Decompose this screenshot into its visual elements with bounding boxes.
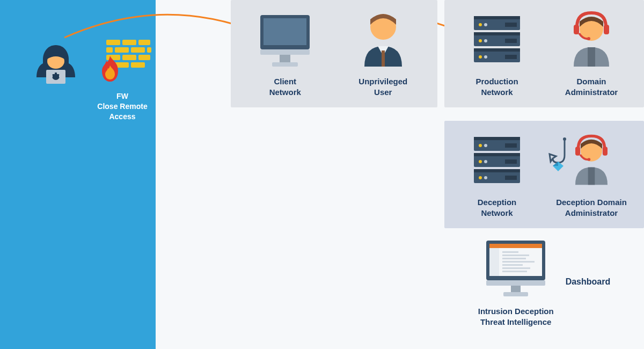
svg-rect-77	[502, 271, 527, 272]
svg-rect-42	[574, 25, 579, 34]
svg-point-35	[479, 39, 482, 42]
svg-rect-43	[604, 25, 609, 34]
svg-rect-74	[502, 261, 535, 263]
deception-admin-label: Deception Domain Administrator	[556, 197, 627, 218]
svg-point-61	[563, 137, 566, 141]
svg-rect-34	[505, 23, 517, 27]
svg-point-33	[484, 23, 487, 26]
phishing-hook-icon	[545, 137, 572, 174]
svg-point-36	[484, 39, 487, 42]
server-rack-icon	[467, 127, 526, 192]
flame-icon	[99, 55, 121, 84]
svg-rect-37	[505, 39, 517, 43]
svg-point-55	[479, 160, 482, 163]
dashboard-monitor-icon	[481, 236, 551, 301]
node-production-network: Production Network	[450, 6, 544, 97]
svg-point-44	[587, 37, 590, 40]
svg-rect-25	[382, 50, 385, 67]
firewall-label: FW Close Remote Access	[85, 91, 160, 122]
svg-point-59	[484, 176, 487, 179]
svg-rect-29	[474, 16, 520, 19]
client-network-label: Client Network	[269, 76, 301, 97]
svg-rect-71	[502, 251, 518, 253]
svg-rect-7	[106, 40, 120, 45]
node-deception-network: Deception Network	[450, 127, 544, 218]
svg-rect-45	[588, 47, 595, 67]
domain-admin-label: Domain Administrator	[565, 76, 618, 97]
svg-rect-21	[260, 49, 310, 55]
svg-point-39	[484, 55, 487, 59]
svg-rect-60	[505, 176, 517, 180]
svg-rect-78	[486, 280, 545, 286]
svg-rect-57	[505, 159, 517, 164]
svg-rect-4	[57, 72, 59, 74]
svg-rect-11	[115, 47, 129, 53]
svg-rect-23	[272, 62, 298, 67]
node-unprivileged-user: Unprivileged User	[335, 6, 431, 97]
svg-point-56	[484, 160, 487, 163]
svg-rect-73	[502, 258, 526, 259]
svg-rect-12	[131, 47, 145, 53]
svg-rect-75	[502, 264, 523, 266]
dashboard-area: Intrusion Deception Threat Intelligence …	[444, 236, 644, 327]
svg-point-65	[588, 158, 590, 161]
svg-rect-80	[503, 292, 528, 296]
zone-deception-network: Deception Network	[444, 121, 644, 228]
svg-point-58	[479, 176, 482, 179]
production-network-label: Production Network	[475, 76, 518, 97]
svg-rect-79	[511, 286, 521, 292]
server-rack-icon	[467, 6, 526, 71]
node-client-network: Client Network	[237, 6, 333, 97]
node-deception-admin: Deception Domain Administrator	[544, 127, 639, 218]
svg-rect-10	[106, 47, 113, 53]
svg-rect-70	[489, 248, 499, 276]
monitor-icon	[253, 6, 317, 71]
svg-point-52	[479, 144, 482, 147]
svg-rect-20	[264, 18, 306, 45]
svg-rect-18	[131, 62, 145, 68]
svg-rect-3	[53, 72, 55, 74]
svg-rect-72	[502, 255, 529, 256]
attacker-icon	[31, 42, 80, 91]
svg-rect-8	[122, 40, 136, 45]
node-domain-admin: Domain Administrator	[544, 6, 639, 97]
svg-rect-76	[502, 267, 530, 269]
svg-rect-13	[147, 47, 151, 53]
svg-rect-40	[505, 55, 517, 59]
svg-rect-15	[122, 55, 136, 60]
admin-headset-icon	[562, 6, 621, 71]
svg-rect-5	[50, 75, 53, 77]
svg-rect-30	[474, 32, 520, 35]
svg-rect-22	[280, 55, 290, 62]
svg-rect-49	[474, 137, 520, 140]
svg-rect-9	[138, 40, 150, 45]
svg-rect-63	[575, 147, 580, 155]
dashboard-subtitle: Intrusion Deception Threat Intelligence	[478, 306, 554, 327]
svg-rect-69	[489, 244, 542, 248]
svg-rect-64	[603, 147, 608, 155]
svg-rect-50	[474, 153, 520, 156]
unprivileged-user-label: Unprivileged User	[358, 76, 407, 97]
svg-point-53	[484, 144, 487, 147]
svg-rect-66	[588, 168, 595, 185]
svg-point-38	[479, 55, 482, 59]
svg-point-32	[479, 23, 482, 26]
svg-rect-6	[59, 75, 61, 77]
deception-admin-icon-group	[565, 127, 618, 192]
svg-rect-16	[138, 55, 150, 60]
user-icon	[354, 6, 413, 71]
zone-client-network: Client Network Unprivileged User	[231, 0, 437, 107]
dashboard-title: Dashboard	[566, 277, 611, 287]
deception-network-label: Deception Network	[478, 197, 517, 218]
svg-rect-51	[474, 169, 520, 172]
zone-production-network: Production Network Domain Administrator	[444, 0, 644, 107]
svg-rect-31	[474, 48, 520, 52]
svg-rect-54	[505, 143, 517, 148]
